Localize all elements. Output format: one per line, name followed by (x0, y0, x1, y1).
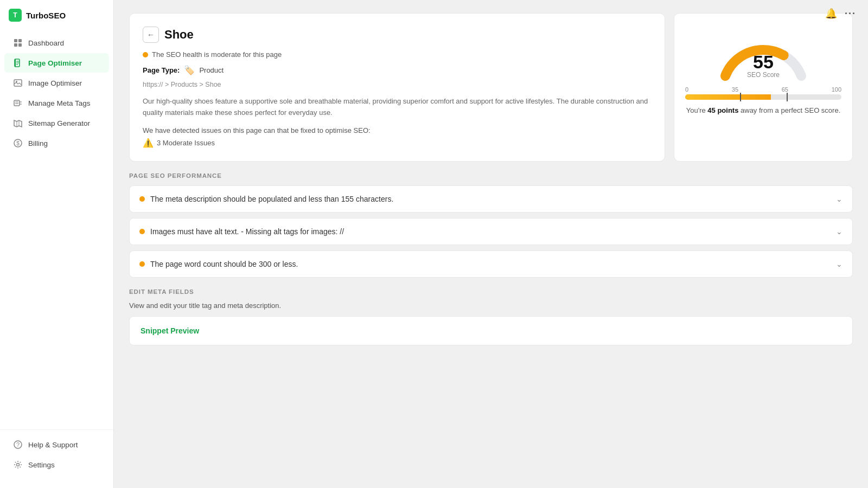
app-name: TurboSEO (26, 11, 66, 20)
perf-dot-1 (139, 229, 145, 234)
meta-fields-section-header: EDIT META FIELDS (129, 288, 853, 295)
performance-item-0[interactable]: The meta description should be populated… (129, 185, 853, 213)
health-indicator: The SEO health is moderate for this page (143, 50, 652, 59)
perf-text-2: The page word count should be 300 or les… (150, 260, 298, 268)
score-bar-section: 0 35 65 100 You're 45 points away from a… (685, 86, 841, 114)
more-icon[interactable]: ··· (845, 8, 856, 20)
bar-marker-65 (787, 93, 788, 101)
back-button[interactable]: ← (143, 27, 159, 43)
issues-count: 3 Moderate Issues (157, 139, 215, 147)
issues-badge: ⚠️ 3 Moderate Issues (143, 138, 652, 148)
sidebar-item-dashboard[interactable]: Dashboard (4, 33, 109, 53)
svg-text:?: ? (16, 441, 20, 448)
help-icon: ? (13, 440, 23, 450)
meta-fields-section: EDIT META FIELDS View and edit your titl… (129, 288, 853, 345)
issues-intro: We have detected issues on this page can… (143, 126, 652, 134)
perf-text-0: The meta description should be populated… (150, 195, 393, 203)
chevron-down-icon-0: ⌄ (836, 195, 843, 203)
app-logo: T TurboSEO (0, 9, 113, 33)
score-bar-track (685, 94, 841, 100)
perf-dot-2 (139, 261, 145, 267)
meta-fields-description: View and edit your title tag and meta de… (129, 301, 853, 310)
svg-rect-11 (14, 100, 20, 106)
sidebar-item-billing[interactable]: $ Billing (4, 133, 109, 153)
svg-point-10 (16, 81, 17, 82)
sidebar-bottom: ? Help & Support Settings (0, 429, 113, 479)
dollar-icon: $ (13, 138, 23, 148)
sidebar-item-page-optimiser[interactable]: Page Optimiser (4, 53, 109, 73)
bar-label-65: 65 (782, 86, 788, 93)
svg-rect-5 (15, 59, 16, 67)
health-message: The SEO health is moderate for this page (152, 50, 282, 59)
performance-section-header: PAGE SEO PERFORMANCE (129, 172, 853, 179)
gauge-wrapper: 55 SEO Score (714, 24, 812, 79)
score-bar-labels: 0 35 65 100 (685, 86, 841, 93)
svg-rect-2 (14, 43, 17, 47)
sidebar-item-label: Billing (28, 139, 48, 147)
sidebar-item-label: Dashboard (28, 39, 64, 47)
sidebar-item-label: Settings (28, 461, 55, 469)
sidebar-item-image-optimiser[interactable]: Image Optimiser (4, 73, 109, 93)
score-bar-fill (685, 94, 771, 100)
chevron-down-icon-1: ⌄ (836, 227, 843, 236)
image-icon (13, 78, 23, 88)
perf-dot-0 (139, 196, 145, 202)
bell-icon[interactable]: 🔔 (825, 8, 837, 20)
map-icon (13, 118, 23, 128)
svg-rect-1 (18, 39, 22, 42)
sidebar-nav: Dashboard Page Optimiser (0, 33, 113, 425)
performance-item-1[interactable]: Images must have alt text. - Missing alt… (129, 218, 853, 245)
score-message: You're 45 points away from a perfect SEO… (685, 106, 841, 114)
bar-label-100: 100 (832, 86, 841, 93)
score-msg-suffix: away from a perfect SEO score. (738, 106, 840, 114)
sidebar: T TurboSEO Dashboard (0, 0, 114, 488)
sidebar-item-label: Sitemap Generator (28, 119, 90, 127)
score-label: SEO Score (747, 71, 780, 79)
file-icon (13, 58, 23, 68)
score-card: 55 SEO Score 0 35 65 100 (674, 13, 853, 162)
page-type-label: Page Type: (143, 66, 180, 74)
page-description: Our high-quality shoes feature a support… (143, 96, 652, 119)
svg-rect-0 (14, 39, 17, 42)
sidebar-item-help-support[interactable]: ? Help & Support (4, 435, 109, 454)
page-title: Shoe (164, 28, 194, 42)
score-msg-prefix: You're (686, 106, 708, 114)
top-cards: ← Shoe The SEO health is moderate for th… (129, 13, 853, 162)
score-msg-bold: 45 points (707, 106, 738, 114)
bar-marker-35 (740, 93, 741, 101)
chevron-down-icon-2: ⌄ (836, 260, 843, 268)
gear-icon (13, 460, 23, 470)
page-type-value: Product (199, 66, 224, 74)
performance-item-2[interactable]: The page word count should be 300 or les… (129, 251, 853, 278)
sidebar-item-manage-meta-tags[interactable]: Manage Meta Tags (4, 93, 109, 113)
svg-point-22 (17, 464, 20, 466)
breadcrumb: https:// > Products > Shoe (143, 81, 652, 88)
main-content: 🔔 ··· ← Shoe The SEO health is moderate … (114, 0, 868, 488)
snippet-preview-label: Snippet Preview (141, 326, 841, 335)
snippet-card: Snippet Preview (129, 316, 853, 345)
product-tag-icon: 🏷️ (184, 65, 195, 75)
grid-icon (13, 38, 23, 48)
perf-text-1: Images must have alt text. - Missing alt… (150, 227, 344, 236)
sidebar-item-settings[interactable]: Settings (4, 455, 109, 474)
sidebar-item-label: Image Optimiser (28, 79, 82, 87)
health-dot (143, 52, 148, 57)
sidebar-item-label: Help & Support (28, 441, 78, 449)
tag-icon (13, 98, 23, 108)
bar-label-35: 35 (732, 86, 738, 93)
page-info-card: ← Shoe The SEO health is moderate for th… (129, 13, 665, 162)
logo-icon: T (9, 9, 22, 22)
sidebar-item-label: Manage Meta Tags (28, 99, 91, 107)
sidebar-item-sitemap-generator[interactable]: Sitemap Generator (4, 113, 109, 133)
svg-rect-3 (18, 43, 22, 47)
score-number: 55 (747, 53, 780, 71)
bar-label-0: 0 (685, 86, 688, 93)
sidebar-item-label: Page Optimiser (28, 59, 82, 67)
svg-text:$: $ (16, 140, 20, 146)
page-type-row: Page Type: 🏷️ Product (143, 65, 652, 75)
